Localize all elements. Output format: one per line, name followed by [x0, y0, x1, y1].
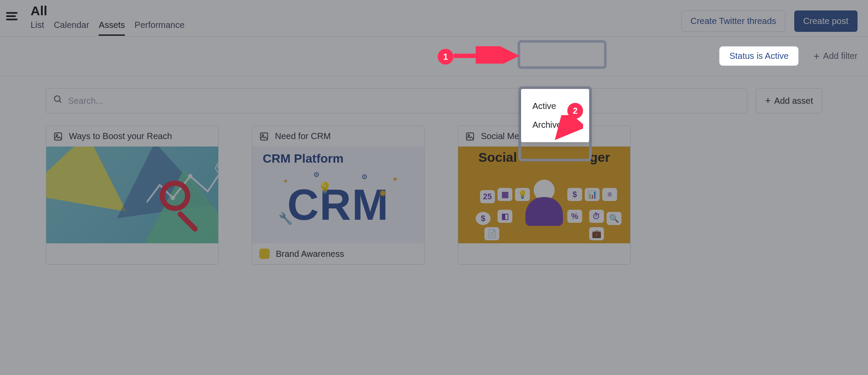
card-image: Social ger 25 ▦ 💡 $ 📊 ≡ $ ◧ % [458, 147, 630, 243]
asset-card[interactable]: Ways to Boost your Reach [46, 126, 219, 265]
asset-card[interactable]: Need for CRM CRM Platform CRM ✦ ⚙ ⚙ ★ 🔧 … [252, 126, 425, 265]
content-area: Search... + Add asset Ways to Boost your… [0, 76, 868, 282]
svg-point-3 [55, 96, 60, 102]
header-actions: Create Twitter threads Create post [681, 3, 858, 32]
card-title: Need for CRM [275, 131, 331, 141]
asset-card[interactable]: Social Me Social ger 25 ▦ 💡 $ 📊 [458, 126, 631, 265]
title-and-tabs: All List Calendar Assets Performance [31, 3, 681, 36]
plus-icon: + [765, 95, 771, 106]
card-footer: Brand Awareness [252, 243, 424, 264]
svg-rect-10 [261, 133, 268, 140]
callout-arrow-1 [454, 46, 528, 64]
svg-rect-5 [55, 133, 62, 140]
manager-illustration [525, 180, 563, 226]
status-filter-pill[interactable]: Status is Active [719, 46, 799, 66]
hamburger-menu-icon[interactable] [5, 10, 21, 25]
card-title: Ways to Boost your Reach [69, 131, 172, 141]
asset-cards: Ways to Boost your Reach [46, 126, 822, 265]
tab-list[interactable]: List [31, 20, 44, 36]
svg-line-15 [557, 117, 575, 138]
tab-performance[interactable]: Performance [134, 20, 185, 36]
svg-point-9 [218, 165, 218, 168]
tab-assets[interactable]: Assets [99, 20, 125, 36]
svg-point-13 [468, 134, 470, 136]
svg-point-11 [262, 134, 264, 136]
plus-icon: + [813, 52, 820, 61]
filter-bar: Status is Active + Add filter [0, 37, 868, 76]
search-icon [53, 95, 63, 107]
create-twitter-threads-button[interactable]: Create Twitter threads [681, 10, 785, 32]
svg-point-8 [188, 174, 192, 178]
image-icon [465, 132, 475, 141]
svg-rect-12 [467, 133, 474, 140]
add-asset-button[interactable]: + Add asset [756, 88, 822, 113]
callout-2: 2 [567, 103, 583, 119]
tab-calendar[interactable]: Calendar [54, 20, 89, 36]
svg-line-4 [59, 101, 62, 103]
add-filter-button[interactable]: + Add filter [813, 51, 858, 61]
image-icon [53, 132, 63, 141]
tag-color-chip [259, 249, 270, 259]
create-post-button[interactable]: Create post [794, 10, 858, 32]
search-input[interactable]: Search... [46, 88, 747, 113]
svg-point-6 [56, 134, 58, 136]
card-header: Ways to Boost your Reach [46, 126, 218, 147]
header: All List Calendar Assets Performance Cre… [0, 0, 868, 37]
card-tag: Brand Awareness [276, 249, 344, 259]
callout-1: 1 [438, 49, 453, 65]
callout-arrow-2 [552, 115, 583, 150]
add-filter-label: Add filter [823, 51, 858, 61]
tab-bar: List Calendar Assets Performance [31, 20, 681, 36]
add-asset-label: Add asset [774, 96, 813, 106]
card-image: CRM Platform CRM ✦ ⚙ ⚙ ★ 🔧 💡 ✸ [252, 147, 424, 243]
image-icon [259, 132, 269, 141]
card-image [46, 147, 218, 243]
card-title: Social Me [481, 131, 519, 141]
card-artwork-headline: Social ger [458, 150, 630, 165]
card-header: Need for CRM [252, 126, 424, 147]
search-row: Search... + Add asset [46, 88, 822, 113]
page-title: All [31, 3, 681, 18]
search-placeholder: Search... [68, 96, 103, 106]
